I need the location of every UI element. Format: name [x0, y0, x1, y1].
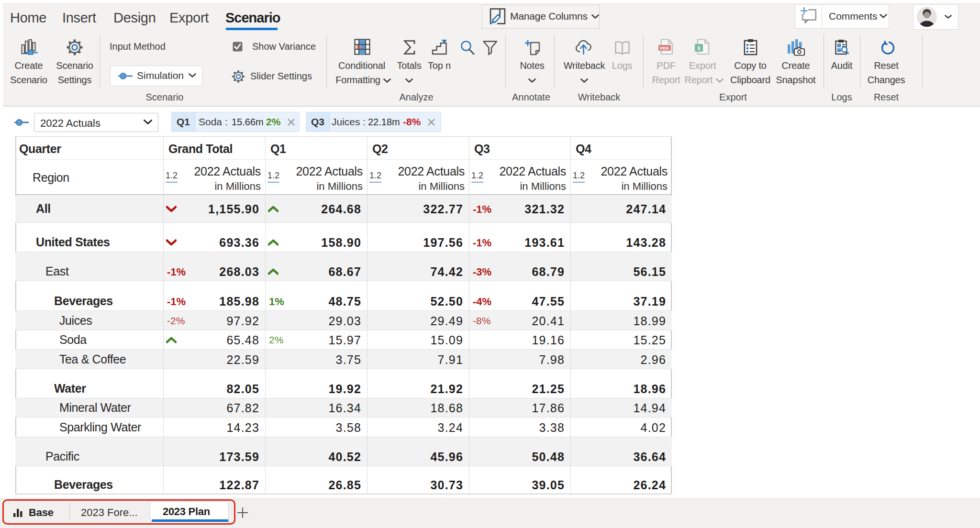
- svg-text:PDF: PDF: [660, 45, 669, 51]
- svg-text:X: X: [697, 45, 701, 51]
